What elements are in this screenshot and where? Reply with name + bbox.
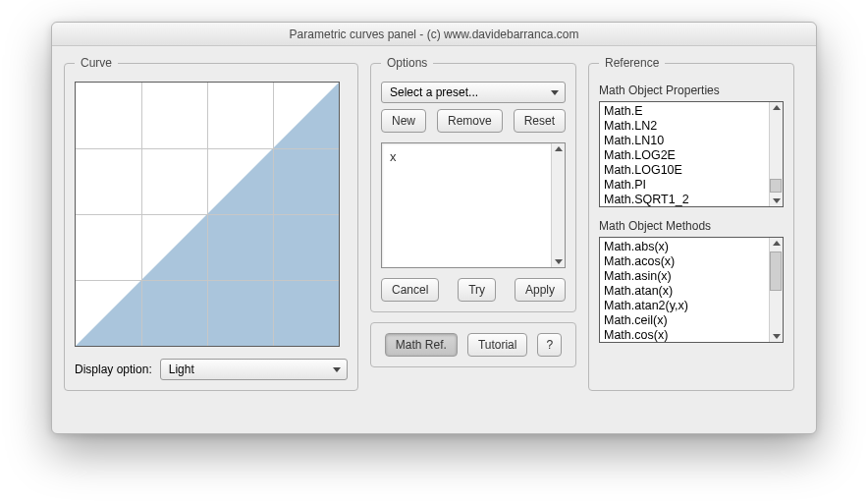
chevron-down-icon <box>551 90 559 95</box>
expression-value: x <box>390 149 397 164</box>
remove-button[interactable]: Remove <box>437 109 503 133</box>
list-item[interactable]: Math.SQRT1_2 <box>604 193 767 207</box>
math-ref-button[interactable]: Math Ref. <box>385 333 458 357</box>
help-button[interactable]: ? <box>537 333 562 357</box>
list-item[interactable]: Math.PI <box>604 178 767 193</box>
preset-value: Select a preset... <box>390 85 478 99</box>
scrollbar-thumb[interactable] <box>770 252 782 291</box>
content-area: Curve Display option: Light Opt <box>52 46 816 401</box>
list-item[interactable]: Math.E <box>604 104 767 119</box>
properties-listbox[interactable]: Math.E Math.LN2 Math.LN10 Math.LOG2E Mat… <box>599 101 784 207</box>
display-option-label: Display option: <box>75 363 152 376</box>
scrollbar[interactable] <box>551 143 565 267</box>
cancel-button[interactable]: Cancel <box>381 278 439 302</box>
reset-button[interactable]: Reset <box>514 109 566 133</box>
props-heading: Math Object Properties <box>599 84 784 97</box>
preset-select[interactable]: Select a preset... <box>381 82 566 103</box>
methods-heading: Math Object Methods <box>599 219 784 233</box>
list-item[interactable]: Math.ceil(x) <box>604 313 767 328</box>
list-item[interactable]: Math.atan2(y,x) <box>604 299 767 313</box>
scrollbar-thumb[interactable] <box>770 179 782 193</box>
list-item[interactable]: Math.acos(x) <box>604 254 767 269</box>
list-item[interactable]: Math.atan(x) <box>604 284 767 299</box>
new-button[interactable]: New <box>381 109 426 133</box>
curve-legend: Curve <box>75 56 118 70</box>
expression-input[interactable]: x <box>381 142 566 268</box>
list-item[interactable]: Math.cos(x) <box>604 328 767 343</box>
methods-listbox[interactable]: Math.abs(x) Math.acos(x) Math.asin(x) Ma… <box>599 237 784 343</box>
gridline <box>76 214 339 215</box>
window-title: Parametric curves panel - (c) www.davide… <box>52 23 816 46</box>
gridline <box>76 280 339 281</box>
list-item[interactable]: Math.abs(x) <box>604 240 767 254</box>
display-option-select[interactable]: Light <box>160 359 348 380</box>
reference-legend: Reference <box>599 56 665 70</box>
curve-canvas[interactable] <box>75 82 340 347</box>
list-item[interactable]: Math.asin(x) <box>604 269 767 284</box>
display-option-value: Light <box>169 363 194 376</box>
tutorial-button[interactable]: Tutorial <box>467 333 528 357</box>
options-group: Options Select a preset... New Remove Re… <box>370 56 576 312</box>
apply-button[interactable]: Apply <box>515 278 566 302</box>
aux-panel: Math Ref. Tutorial ? <box>370 322 576 367</box>
try-button[interactable]: Try <box>458 278 496 302</box>
reference-group: Reference Math Object Properties Math.E … <box>588 56 794 391</box>
list-item[interactable]: Math.LOG10E <box>604 163 767 178</box>
list-item[interactable]: Math.LN2 <box>604 119 767 134</box>
curve-group: Curve Display option: Light <box>64 56 358 391</box>
options-legend: Options <box>381 56 433 70</box>
list-item[interactable]: Math.LN10 <box>604 134 767 148</box>
list-item[interactable]: Math.LOG2E <box>604 148 767 163</box>
chevron-down-icon <box>333 367 341 372</box>
dialog-window: Parametric curves panel - (c) www.davide… <box>51 22 817 434</box>
gridline <box>76 148 339 149</box>
